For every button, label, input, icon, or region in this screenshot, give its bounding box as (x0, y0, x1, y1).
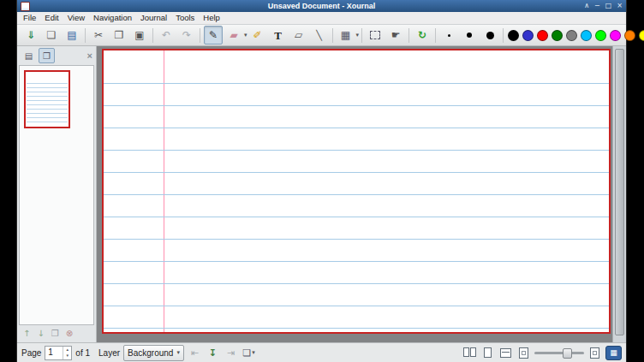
menu-tools[interactable]: Tools (171, 12, 199, 24)
layer-value: Background (128, 348, 173, 358)
save-icon: ⇓ (27, 30, 35, 40)
vertical-scrollbar[interactable] (612, 46, 626, 342)
page-thumbnail[interactable] (24, 70, 70, 128)
pen-tool-button[interactable]: ✎ (204, 26, 223, 45)
zoom-slider[interactable] (534, 346, 584, 359)
spin-arrows: ▴ ▾ (63, 347, 71, 359)
document-page[interactable] (102, 49, 611, 334)
hand-icon: ☛ (391, 30, 401, 40)
zoom-original-button[interactable] (587, 346, 602, 360)
close-button[interactable]: × (617, 0, 623, 12)
page-thumbnail-list[interactable] (19, 65, 94, 325)
zoom-slider-handle[interactable] (563, 348, 572, 359)
copy-button[interactable]: ❐ (110, 26, 128, 45)
color-swatch-gray[interactable] (566, 30, 577, 41)
delete-page-button[interactable]: ⊗ (66, 329, 73, 338)
text-tool-button[interactable]: T (269, 26, 288, 45)
layer-combobox[interactable]: Background ▾ (123, 345, 184, 361)
color-swatch-black[interactable] (508, 30, 519, 41)
paper-grid-icon: ▦ (341, 30, 350, 40)
minimize-button[interactable]: − (594, 0, 600, 12)
chevron-down-icon: ▾ (176, 349, 180, 356)
ruler-button[interactable]: ╲ (310, 26, 329, 45)
view-two-pages-button[interactable] (462, 346, 477, 360)
duplicate-page-button[interactable]: ❐ (51, 329, 59, 338)
sidebar-header: ▤ ❐ × (17, 46, 96, 65)
paste-button[interactable]: ▣ (130, 26, 149, 45)
menu-file[interactable]: File (19, 12, 40, 24)
shade-button[interactable]: ∧ (584, 0, 589, 12)
toolbar-separator (408, 28, 409, 43)
zoom-fit-width-button[interactable] (498, 346, 513, 360)
canvas[interactable] (97, 46, 612, 342)
thumbnail-ruled-lines (27, 83, 68, 126)
color-swatch-magenta[interactable] (610, 30, 621, 41)
sidebar-tab-pages[interactable]: ▤ (21, 48, 37, 63)
new-page-button[interactable]: ❏ ▾ (242, 346, 256, 360)
move-page-down-button[interactable]: ↓ (37, 329, 44, 338)
sidebar-close-icon[interactable]: × (87, 51, 92, 61)
selection-box-icon (370, 31, 380, 39)
eraser-dropdown[interactable]: ▾ (244, 32, 247, 39)
select-region-button[interactable] (366, 26, 385, 45)
spin-up-icon[interactable]: ▴ (63, 347, 71, 353)
print-icon: ▤ (67, 30, 76, 40)
new-document-icon: ❏ (47, 30, 57, 40)
cut-icon: ✂ (94, 30, 103, 40)
menu-navigation[interactable]: Navigation (89, 12, 136, 24)
sidebar-tab-layers[interactable]: ❐ (39, 48, 55, 63)
next-page-button[interactable]: ↧ (206, 346, 220, 360)
view-single-page-button[interactable] (480, 346, 495, 360)
undo-button[interactable]: ↶ (157, 26, 176, 45)
new-page-icon: ❏ (242, 347, 251, 359)
first-page-button[interactable]: ⇤ (188, 346, 202, 360)
zoom-slider-track[interactable] (534, 352, 584, 354)
paper-style-button[interactable]: ▦ (337, 26, 355, 45)
toolbar-separator (435, 28, 436, 43)
color-swatch-orange[interactable] (624, 30, 635, 41)
color-swatch-light-green[interactable] (595, 30, 606, 41)
color-swatch-red[interactable] (537, 30, 548, 41)
maximize-button[interactable]: □ (605, 0, 612, 12)
spin-down-icon[interactable]: ▾ (63, 353, 71, 359)
page-list-icon: ▤ (25, 51, 33, 61)
print-button[interactable]: ▤ (63, 26, 81, 45)
touchscreen-toggle[interactable]: ▦ (605, 346, 622, 360)
hand-tool-button[interactable]: ☛ (386, 26, 405, 45)
fit-page-icon (519, 347, 528, 359)
copy-icon: ❐ (115, 30, 124, 40)
shape-recognizer-button[interactable]: ▱ (289, 26, 308, 45)
color-swatch-yellow[interactable] (639, 30, 644, 41)
move-page-up-button[interactable]: ↑ (23, 329, 30, 338)
menu-edit[interactable]: Edit (40, 12, 63, 24)
redo-button[interactable]: ↷ (177, 26, 196, 45)
titlebar[interactable]: Unsaved Document - Xournal ∧ − □ × (17, 0, 626, 12)
last-page-button[interactable]: ⇥ (224, 346, 238, 360)
cut-button[interactable]: ✂ (89, 26, 108, 45)
shape-recognizer-icon: ▱ (295, 30, 302, 40)
save-button[interactable]: ⇓ (21, 26, 40, 45)
menu-view[interactable]: View (63, 12, 89, 24)
thickness-medium-button[interactable] (460, 26, 479, 45)
color-swatch-light-blue[interactable] (581, 30, 592, 41)
thickness-thick-button[interactable] (480, 26, 499, 45)
zoom-fit-page-button[interactable] (516, 346, 531, 360)
page-of-label: of 1 (75, 348, 90, 358)
highlighter-tool-button[interactable]: ✐ (248, 26, 267, 45)
new-button[interactable]: ❏ (42, 26, 61, 45)
color-swatch-blue[interactable] (522, 30, 534, 41)
scrollbar-thumb[interactable] (615, 49, 624, 335)
toolbar-separator (361, 28, 362, 43)
menubar: File Edit View Navigation Journal Tools … (17, 12, 626, 25)
color-swatch-green[interactable] (552, 30, 563, 41)
page-number-spinbox[interactable]: 1 ▴ ▾ (45, 346, 72, 360)
menu-journal[interactable]: Journal (136, 12, 171, 24)
paper-style-dropdown[interactable]: ▾ (356, 32, 360, 39)
thickness-fine-button[interactable] (439, 26, 458, 45)
app-icon (21, 2, 30, 11)
default-pen-button[interactable]: ↻ (413, 26, 432, 45)
menu-help[interactable]: Help (199, 12, 224, 24)
toolbar-separator (200, 28, 200, 43)
eraser-tool-button[interactable]: ▰ (224, 26, 243, 45)
ruled-lines (104, 83, 609, 330)
